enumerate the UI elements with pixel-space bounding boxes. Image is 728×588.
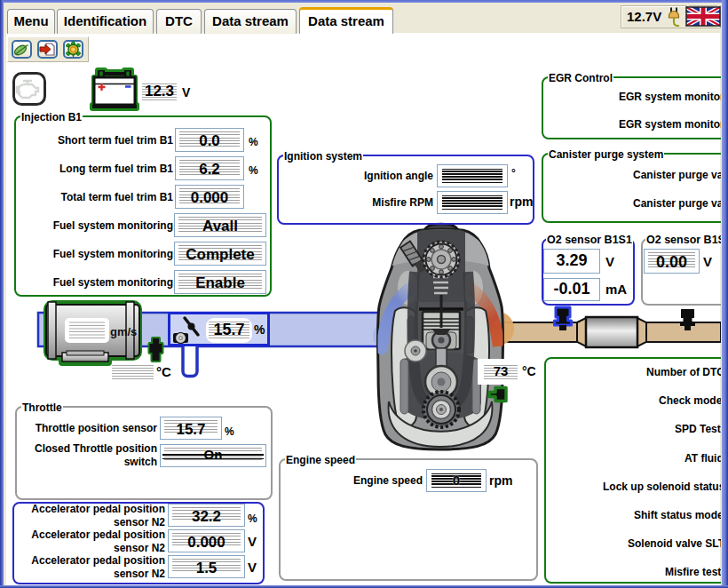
svg-text:gm/s: gm/s (110, 325, 137, 338)
